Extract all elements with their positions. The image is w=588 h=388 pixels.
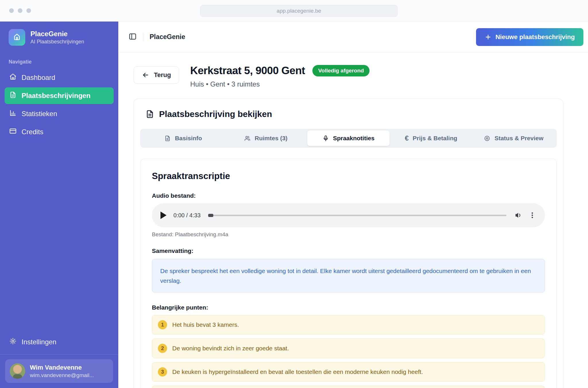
window-control-dot[interactable] — [18, 8, 22, 13]
tab-label: Spraaknotities — [333, 135, 375, 142]
audio-seek-bar[interactable] — [208, 215, 506, 216]
sidebar-item-dashboard[interactable]: Dashboard — [5, 69, 114, 86]
home-icon — [9, 73, 17, 82]
tab-label: Prijs & Betaling — [413, 135, 457, 142]
screen: app.placegenie.be PlaceGenie AI Plaatsbe… — [0, 0, 588, 388]
card-title: Plaatsbeschrijving bekijken — [159, 109, 272, 119]
window-controls — [9, 8, 31, 13]
new-button-label: Nieuwe plaatsbeschrijving — [496, 33, 575, 41]
credit-card-icon — [9, 127, 17, 137]
volume-icon[interactable] — [514, 211, 523, 219]
brand-name: PlaceGenie — [30, 30, 84, 38]
sidebar-item-label: Plaatsbeschrijvingen — [22, 92, 90, 100]
audio-file-label: Audio bestand: — [152, 192, 545, 199]
spraaktranscriptie-section: Spraaktranscriptie Audio bestand: 0:00 /… — [140, 159, 557, 388]
avatar — [10, 363, 25, 379]
eye-icon — [484, 135, 490, 142]
sidebar-item-label: Credits — [22, 128, 43, 136]
point-number-badge: 1 — [158, 320, 167, 329]
audio-seek-thumb[interactable] — [208, 214, 213, 217]
tab-basisinfo[interactable]: Basisinfo — [142, 130, 225, 146]
key-point-item: 1 Het huis bevat 3 kamers. — [152, 315, 545, 335]
user-email: wim.vandevenne@gmail... — [30, 372, 94, 379]
brand-logo — [9, 29, 25, 46]
point-text: De woning bevindt zich in zeer goede sta… — [172, 345, 289, 352]
point-text: Het huis bevat 3 kamers. — [172, 321, 239, 328]
new-plaatsbeschrijving-button[interactable]: Nieuwe plaatsbeschrijving — [476, 28, 583, 46]
tab-spraaknotities[interactable]: Spraaknotities — [307, 130, 390, 146]
sidebar-item-label: Dashboard — [22, 74, 55, 82]
tab-status-preview[interactable]: Status & Preview — [472, 130, 555, 146]
nav-section-label: Navigatie — [0, 53, 118, 68]
sidebar-item-credits[interactable]: Credits — [5, 124, 114, 140]
app-title: PlaceGenie — [150, 33, 185, 41]
summary-label: Samenvatting: — [152, 247, 545, 254]
user-card[interactable]: Wim Vandevenne wim.vandevenne@gmail... — [5, 359, 113, 383]
point-text: De keuken is hypergeïnstalleerd en bevat… — [172, 368, 423, 375]
plus-icon — [485, 34, 492, 41]
sidebar-item-plaatsbeschrijvingen[interactable]: Plaatsbeschrijvingen — [5, 87, 114, 104]
bar-chart-icon — [9, 109, 17, 118]
window-control-dot[interactable] — [26, 8, 31, 13]
house-icon — [12, 32, 22, 43]
summary-box: De spreker bespreekt het een volledige w… — [152, 259, 545, 293]
document-icon — [145, 110, 154, 119]
tab-ruimtes[interactable]: Ruimtes (3) — [225, 130, 307, 146]
plaatsbeschrijving-card: Plaatsbeschrijving bekijken Basisinfo — [134, 99, 563, 388]
key-point-item: 2 De woning bevindt zich in zeer goede s… — [152, 339, 545, 358]
back-button-label: Terug — [154, 71, 171, 79]
play-button[interactable] — [160, 212, 167, 219]
tab-bar: Basisinfo Ruimtes (3 — [140, 129, 557, 148]
sidebar-item-instellingen[interactable]: Instellingen — [5, 334, 114, 350]
topbar: PlaceGenie Nieuwe plaatsbeschrijving — [118, 22, 588, 53]
point-number-badge: 3 — [158, 367, 167, 377]
sidebar-divider — [0, 354, 118, 355]
tab-label: Ruimtes (3) — [255, 135, 287, 142]
window-control-dot[interactable] — [9, 8, 14, 13]
panel-left-icon — [128, 32, 137, 42]
browser-chrome: app.placegenie.be — [0, 0, 588, 22]
tab-label: Basisinfo — [175, 135, 202, 142]
brand: PlaceGenie AI Plaatsbeschrijvingen — [0, 22, 118, 53]
section-title: Spraaktranscriptie — [152, 171, 545, 181]
topbar-divider — [143, 33, 143, 41]
user-name: Wim Vandevenne — [30, 364, 94, 372]
page-subtitle: Huis • Gent • 3 ruimtes — [190, 80, 370, 88]
key-point-item: 3 De keuken is hypergeïnstalleerd en bev… — [152, 362, 545, 382]
page-title: Kerkstraat 5, 9000 Gent — [190, 65, 305, 77]
audio-file-caption: Bestand: Plaatbeschrijving.m4a — [152, 231, 545, 238]
sidebar-toggle-button[interactable] — [126, 31, 139, 43]
euro-icon: € — [405, 135, 409, 142]
audio-player: 0:00 / 4:33 — [152, 203, 545, 227]
microphone-icon — [322, 135, 329, 142]
point-number-badge: 2 — [158, 344, 167, 353]
url-bar[interactable]: app.placegenie.be — [200, 5, 398, 17]
gear-icon — [9, 337, 17, 347]
sidebar-item-label: Instellingen — [22, 338, 56, 346]
document-icon — [164, 135, 171, 142]
sidebar-item-label: Statistieken — [22, 110, 57, 118]
sidebar-nav: Dashboard Plaatsbeschrijvingen — [0, 68, 118, 142]
page-content: Terug Kerkstraat 5, 9000 Gent Volledig a… — [118, 53, 588, 388]
audio-time: 0:00 / 4:33 — [173, 212, 201, 219]
document-icon — [9, 91, 17, 100]
points-label: Belangrijke punten: — [152, 304, 545, 311]
key-point-item-partial — [152, 386, 545, 388]
main-area: PlaceGenie Nieuwe plaatsbeschrijving — [118, 22, 588, 388]
users-icon — [244, 135, 251, 142]
status-badge: Volledig afgerond — [312, 65, 370, 76]
sidebar-item-statistieken[interactable]: Statistieken — [5, 105, 114, 122]
tab-prijs-betaling[interactable]: € Prijs & Betaling — [390, 130, 472, 146]
sidebar: PlaceGenie AI Plaatsbeschrijvingen Navig… — [0, 22, 118, 388]
kebab-menu-icon[interactable] — [528, 211, 536, 219]
brand-tagline: AI Plaatsbeschrijvingen — [30, 39, 84, 45]
tab-label: Status & Preview — [494, 135, 543, 142]
arrow-left-icon — [142, 71, 149, 79]
back-button[interactable]: Terug — [134, 66, 179, 84]
